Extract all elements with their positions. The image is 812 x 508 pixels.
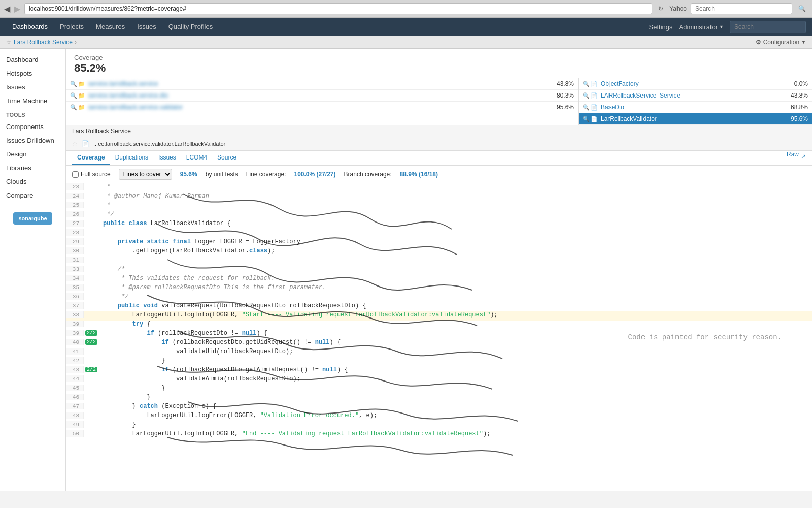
file-icons: 🔍 📁	[70, 81, 85, 87]
code-line: 43 2/2 if (rollbackRequestDto.getAimiaRe…	[66, 366, 812, 375]
file-name: LARRollbackService_Service	[601, 92, 791, 99]
lines-select[interactable]: Lines to cover	[119, 169, 172, 180]
sidebar-item-design[interactable]: Design	[0, 147, 65, 161]
top-nav: Dashboards Projects Measures Issues Qual…	[0, 18, 812, 36]
code-line: 39 try {	[66, 321, 812, 330]
file-pct: 95.6%	[791, 115, 808, 122]
breadcrumb-icon: ☆	[6, 39, 12, 46]
search-icon: 🔍	[583, 116, 590, 122]
coverage-title: Coverage	[74, 54, 804, 61]
code-line: 27 public class LarRollbackValidator {	[66, 220, 812, 229]
code-line: 40 2/2 if (rollbackRequestDto.getUidRequ…	[66, 339, 812, 348]
code-line: 47 } catch (Exception e) {	[66, 403, 812, 412]
code-line: 23 *	[66, 183, 812, 193]
external-link-icon[interactable]: ↗	[801, 153, 806, 165]
source-file-header: Lars Rollback Service	[66, 125, 812, 137]
tab-coverage[interactable]: Coverage	[72, 151, 110, 165]
configuration-button[interactable]: ⚙ Configuration ▼	[756, 39, 806, 46]
search-icon: 🔍	[583, 104, 590, 111]
file-row-objectfactory[interactable]: 🔍 📄 ObjectFactory 0.0%	[579, 78, 812, 90]
code-line: 34 * This validates the request for roll…	[66, 275, 812, 284]
sidebar-item-hotspots[interactable]: Hotspots	[0, 67, 65, 80]
sidebar-item-libraries[interactable]: Libraries	[0, 161, 65, 175]
refresh-button[interactable]: ↻	[656, 4, 665, 13]
search-browser-button[interactable]: 🔍	[796, 4, 808, 13]
tab-lcom4[interactable]: LCOM4	[181, 151, 212, 165]
code-line: 31	[66, 257, 812, 266]
file-pct: 80.3%	[557, 92, 574, 99]
tools-section-title: TOOLS	[0, 108, 65, 120]
nav-quality-profiles[interactable]: Quality Profiles	[162, 18, 219, 36]
raw-link[interactable]: Raw	[787, 151, 799, 165]
nav-measures[interactable]: Measures	[90, 18, 131, 36]
file-icons: 🔍 📁	[70, 104, 85, 111]
search-icon: 🔍	[583, 81, 590, 87]
code-line: 26 */	[66, 211, 812, 220]
nav-search-input[interactable]	[730, 21, 806, 33]
code-line: 29 private static final Logger LOGGER = …	[66, 238, 812, 247]
tab-source[interactable]: Source	[212, 151, 242, 165]
tab-duplications[interactable]: Duplications	[110, 151, 153, 165]
file-type-icon: 📄	[82, 140, 89, 147]
sidebar-item-issues-drilldown[interactable]: Issues Drilldown	[0, 134, 65, 147]
breadcrumb-project[interactable]: Lars Rollback Service	[14, 39, 73, 46]
code-line: 36 */	[66, 293, 812, 302]
branch-label: Branch coverage:	[344, 171, 392, 178]
back-button[interactable]: ◀	[4, 4, 10, 14]
file-icon: 📄	[591, 116, 598, 122]
sidebar-item-dashboard[interactable]: Dashboard	[0, 53, 65, 67]
sidebar-item-components[interactable]: Components	[0, 120, 65, 134]
sidebar: Dashboard Hotspots Issues Time Machine T…	[0, 49, 66, 491]
sidebar-item-compare[interactable]: Compare	[0, 188, 65, 202]
file-name: LarRollbackValidator	[601, 115, 791, 122]
yahoo-label: Yahoo	[669, 5, 687, 12]
file-row[interactable]: 🔍 📁 service.larrollback.service.dto 80.3…	[66, 90, 578, 102]
search-icon: 🔍	[70, 92, 77, 99]
code-line: 35 * @param rollbackRequestDto This is t…	[66, 284, 812, 293]
file-row-larrollback-service[interactable]: 🔍 📄 LARRollbackService_Service 43.8%	[579, 90, 812, 102]
nav-projects[interactable]: Projects	[54, 18, 90, 36]
address-bar[interactable]: localhost:9001/drilldown/measures/862?me…	[24, 3, 652, 14]
source-path-bar: ☆ 📄 ...ee.larrollback.service.validator.…	[66, 137, 812, 151]
code-line: 48 LarLoggerUtil.logError(LOGGER, "Valid…	[66, 412, 812, 421]
file-pct: 95.6%	[557, 104, 574, 111]
package-list-panel: 🔍 📁 service.larrollback.service 43.8% 🔍 …	[66, 78, 579, 125]
file-row-basedto[interactable]: 🔍 📄 BaseDto 68.8%	[579, 102, 812, 113]
settings-link[interactable]: Settings	[649, 23, 673, 31]
code-line: 30 .getLogger(LarRollbackValidator.class…	[66, 247, 812, 257]
file-row[interactable]: 🔍 📁 service.larrollback.service 43.8%	[66, 78, 578, 90]
coverage-header: Coverage 85.2%	[66, 49, 812, 78]
search-icon: 🔍	[70, 104, 77, 111]
code-area[interactable]: Code is painted for security reason. 23 …	[66, 183, 812, 491]
file-row[interactable]: 🔍 📁 service.larrollback.service.validato…	[66, 102, 578, 113]
file-name: service.larrollback.service.validator	[88, 104, 557, 111]
tab-issues[interactable]: Issues	[153, 151, 181, 165]
full-source-checkbox-label[interactable]: Full source	[72, 171, 111, 178]
nav-issues[interactable]: Issues	[131, 18, 162, 36]
file-icons: 🔍 📁	[70, 92, 85, 99]
full-source-label: Full source	[81, 171, 111, 178]
file-icon: 📄	[591, 92, 598, 99]
sidebar-item-clouds[interactable]: Clouds	[0, 175, 65, 188]
full-source-checkbox[interactable]	[72, 171, 79, 178]
sonarqube-logo: sonarqube	[13, 212, 52, 225]
code-line: 42 }	[66, 357, 812, 366]
sidebar-item-issues[interactable]: Issues	[0, 80, 65, 94]
folder-icon: 📁	[78, 104, 85, 111]
source-metrics-bar: Full source Lines to cover 95.6% by unit…	[66, 166, 812, 183]
file-name: BaseDto	[601, 104, 791, 111]
star-icon[interactable]: ☆	[72, 140, 78, 147]
browser-search-input[interactable]	[691, 3, 792, 14]
sidebar-item-time-machine[interactable]: Time Machine	[0, 94, 65, 108]
file-row-larrollbackvalidator[interactable]: 🔍 📄 LarRollbackValidator 95.6%	[579, 113, 812, 125]
nav-dashboards[interactable]: Dashboards	[6, 18, 54, 36]
code-line: 44 validateAimia(rollbackRequestDto);	[66, 375, 812, 385]
coverage-label: by unit tests	[206, 171, 238, 178]
file-name: service.larrollback.service.dto	[88, 92, 557, 99]
source-file-path: ...ee.larrollback.service.validator.LarR…	[93, 141, 225, 147]
file-icons: 🔍 📄	[583, 116, 598, 122]
file-icon: 📄	[591, 104, 598, 111]
admin-dropdown[interactable]: Administrator ▼	[679, 23, 724, 31]
forward-button[interactable]: ▶	[14, 4, 20, 14]
search-icon: 🔍	[583, 92, 590, 99]
